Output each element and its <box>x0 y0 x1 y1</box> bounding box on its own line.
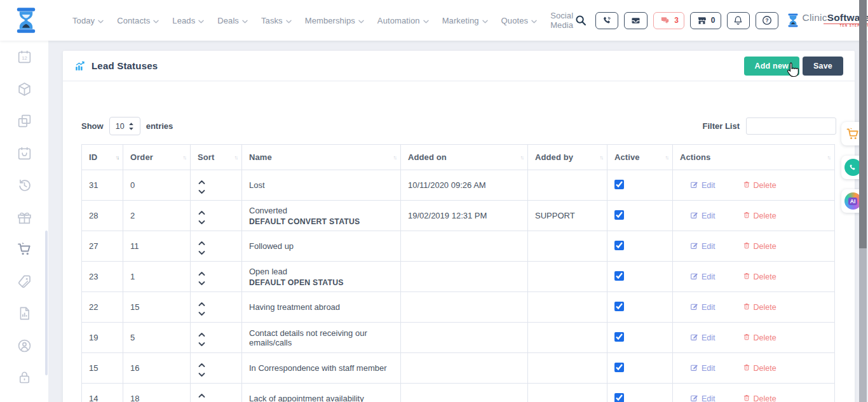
sidebar-item-copy-pages[interactable] <box>17 113 32 129</box>
column-header-sort[interactable]: Sort↑↓ <box>191 145 242 170</box>
filter-input[interactable] <box>746 117 836 135</box>
edit-button[interactable]: Edit <box>690 180 715 191</box>
move-up-button[interactable] <box>196 208 207 214</box>
menu-item-marketing[interactable]: Marketing <box>442 15 488 26</box>
active-checkbox[interactable] <box>614 363 624 372</box>
status-name: Contact details not receiving our emails… <box>249 328 393 347</box>
menu-item-label: Contacts <box>117 16 150 25</box>
menu-item-automation[interactable]: Automation <box>377 15 429 26</box>
entries-select[interactable]: 10 <box>109 117 140 135</box>
help-button[interactable]: ? <box>756 12 778 29</box>
sidebar-item-lock[interactable] <box>17 370 32 385</box>
scrollbar-thumb[interactable] <box>859 0 867 248</box>
delete-button[interactable]: Delete <box>743 363 776 373</box>
sidebar-item-tags[interactable] <box>17 274 32 290</box>
active-checkbox[interactable] <box>614 180 624 189</box>
chevron-down-icon <box>242 15 248 26</box>
move-up-button[interactable] <box>196 391 207 397</box>
cell-added-by <box>528 384 607 402</box>
menu-item-contacts[interactable]: Contacts <box>117 15 159 26</box>
column-header-order[interactable]: Order↑↓ <box>123 145 191 170</box>
move-down-button[interactable] <box>196 217 207 224</box>
chat-button[interactable]: 3 <box>653 12 684 29</box>
page-scrollbar[interactable] <box>859 0 867 402</box>
menu-item-today[interactable]: Today <box>72 15 104 26</box>
move-up-button[interactable] <box>196 360 207 366</box>
menu-item-social-media[interactable]: Social Media <box>550 11 573 30</box>
cell-order: 18 <box>123 384 191 402</box>
status-name: Open lead <box>249 267 393 276</box>
cell-actions: EditDelete <box>673 231 835 262</box>
search-icon[interactable] <box>573 13 588 28</box>
store-button[interactable]: 0 <box>690 12 721 29</box>
active-checkbox[interactable] <box>614 302 624 311</box>
active-checkbox[interactable] <box>614 271 624 281</box>
edit-button[interactable]: Edit <box>690 241 715 251</box>
column-header-id[interactable]: ID↑↓ <box>82 145 123 170</box>
delete-button[interactable]: Delete <box>743 302 776 312</box>
menu-item-quotes[interactable]: Quotes <box>501 15 538 26</box>
column-header-active[interactable]: Active↑↓ <box>607 145 673 170</box>
app-logo-icon[interactable] <box>14 6 38 34</box>
active-checkbox[interactable] <box>614 393 624 402</box>
edit-button[interactable]: Edit <box>690 333 715 343</box>
sidebar-item-gift[interactable] <box>17 210 32 225</box>
delete-button[interactable]: Delete <box>743 333 776 343</box>
notifications-button[interactable] <box>727 12 750 29</box>
phone-button[interactable] <box>595 12 618 29</box>
edit-button[interactable]: Edit <box>690 272 715 282</box>
delete-button[interactable]: Delete <box>743 272 776 282</box>
move-down-button[interactable] <box>196 248 207 254</box>
clinicsoftware-logo[interactable]: ClinicSoftware.com TEN STEPS AHEAD <box>787 13 868 28</box>
move-down-button[interactable] <box>196 370 207 376</box>
move-up-button[interactable] <box>196 299 207 305</box>
column-header-actions[interactable]: Actions↑↓ <box>673 145 835 170</box>
edit-button[interactable]: Edit <box>690 394 715 402</box>
edit-button[interactable]: Edit <box>690 211 715 221</box>
move-up-button[interactable] <box>196 177 207 184</box>
move-up-button[interactable] <box>196 238 207 245</box>
inbox-button[interactable] <box>624 12 648 29</box>
sidebar-item-package[interactable] <box>17 81 32 97</box>
edit-button[interactable]: Edit <box>690 302 715 312</box>
move-down-button[interactable] <box>196 278 207 285</box>
column-label: Actions <box>680 152 710 162</box>
edit-icon <box>690 333 698 343</box>
add-new-button[interactable]: Add new <box>744 57 799 76</box>
sidebar-item-calendar-12[interactable]: 12 <box>17 49 32 65</box>
edit-button[interactable]: Edit <box>690 363 715 373</box>
sidebar-item-report[interactable] <box>17 305 32 321</box>
column-header-name[interactable]: Name↑↓ <box>242 145 401 170</box>
entries-label: entries <box>146 121 173 131</box>
move-down-button[interactable] <box>196 187 207 193</box>
delete-button[interactable]: Delete <box>743 394 776 402</box>
column-label: Order <box>130 152 153 162</box>
move-up-button[interactable] <box>196 269 207 275</box>
menu-item-deals[interactable]: Deals <box>217 15 248 26</box>
column-header-added-by[interactable]: Added by↑↓ <box>528 145 607 170</box>
sidebar-item-calendar-check[interactable] <box>17 145 32 161</box>
column-label: Sort <box>198 152 214 162</box>
menu-item-tasks[interactable]: Tasks <box>261 15 292 26</box>
move-up-button[interactable] <box>196 330 207 336</box>
delete-button[interactable]: Delete <box>743 241 776 251</box>
delete-button[interactable]: Delete <box>743 180 776 191</box>
move-down-button[interactable] <box>196 339 207 345</box>
delete-button[interactable]: Delete <box>743 211 776 221</box>
lead-statuses-table: ID↑↓Order↑↓Sort↑↓Name↑↓Added on↑↓Added b… <box>81 144 835 402</box>
move-down-button[interactable] <box>196 309 207 315</box>
active-checkbox[interactable] <box>614 332 624 342</box>
sort-arrows-icon: ↑↓ <box>827 154 831 161</box>
cell-added-on <box>401 353 528 384</box>
active-checkbox[interactable] <box>614 241 624 250</box>
menu-item-leads[interactable]: Leads <box>172 15 204 26</box>
history-icon <box>17 177 32 193</box>
menu-item-memberships[interactable]: Memberships <box>305 15 364 26</box>
save-button[interactable]: Save <box>803 57 843 76</box>
sidebar-item-account[interactable] <box>17 338 32 354</box>
column-header-added-on[interactable]: Added on↑↓ <box>401 145 528 170</box>
sidebar-item-cart[interactable] <box>17 241 32 257</box>
active-checkbox[interactable] <box>614 210 624 220</box>
sidebar-item-history[interactable] <box>17 177 32 193</box>
sidebar-scrollbar[interactable] <box>45 231 48 375</box>
